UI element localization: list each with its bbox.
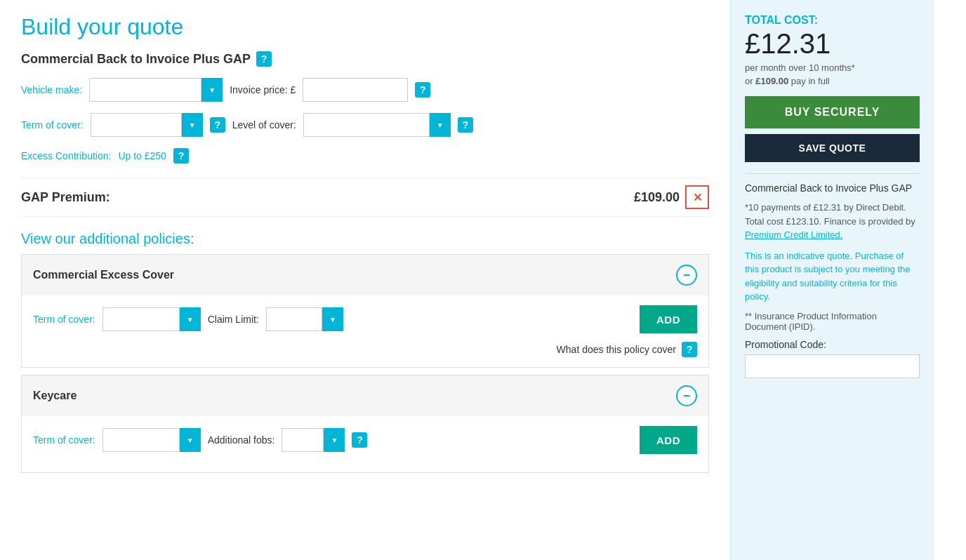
keycare-header: Keycare − — [22, 375, 708, 416]
commercial-excess-body: Term of cover: 1 Year Claim Limit: £150 … — [22, 295, 708, 367]
ce-term-arrow — [187, 314, 194, 324]
term-of-cover-arrow — [189, 120, 196, 130]
level-of-cover-label: Level of cover: — [232, 119, 296, 131]
main-content: Build your quote Commercial Back to Invo… — [0, 0, 730, 560]
excess-row: Excess Contribution: Up to £250 ? — [21, 148, 709, 164]
level-of-cover-dropdown-btn[interactable] — [430, 113, 451, 137]
sidebar-price: £12.31 — [745, 28, 920, 60]
ce-term-label: Term of cover: — [33, 314, 95, 325]
commercial-excess-section: Commercial Excess Cover − Term of cover:… — [21, 254, 709, 368]
ce-what-cover-help-button[interactable]: ? — [682, 342, 697, 357]
invoice-price-help-button[interactable]: ? — [415, 82, 430, 98]
product-help-button[interactable]: ? — [256, 51, 272, 67]
pay-full-suffix: pay in full — [791, 76, 830, 86]
ce-what-cover-text: What does this policy cover — [557, 344, 676, 355]
level-of-cover-input[interactable]: £5,000 (Suggested) — [303, 113, 430, 137]
remove-gap-button[interactable]: ✕ — [685, 185, 709, 209]
excess-value: Up to £250 — [118, 150, 166, 161]
or-text: or — [745, 76, 753, 86]
kc-term-arrow — [187, 435, 194, 445]
vehicle-make-input[interactable]: MAN — [89, 78, 201, 102]
invoice-price-label: Invoice price: £ — [230, 84, 296, 95]
keycare-collapse-button[interactable]: − — [676, 385, 697, 406]
ce-claim-dropdown-btn[interactable] — [322, 307, 343, 331]
keycare-body: Term of cover: 1 Year Additional fobs: 0… — [22, 416, 708, 472]
buy-securely-button[interactable]: BUY SECURELY — [745, 96, 920, 128]
term-level-row: Term of cover: 1 Year ? Level of cover: … — [21, 113, 709, 137]
keycare-form-row: Term of cover: 1 Year Additional fobs: 0… — [33, 426, 697, 454]
promo-label: Promotional Code: — [745, 339, 920, 350]
keycare-section: Keycare − Term of cover: 1 Year Addition… — [21, 375, 709, 473]
excess-help-button[interactable]: ? — [173, 148, 189, 164]
additional-policies-title: View our additional policies: — [21, 231, 709, 247]
premium-amount-container: £109.00 ✕ — [634, 185, 709, 209]
ce-term-select-wrapper: 1 Year — [102, 307, 201, 331]
kc-fobs-dropdown-btn[interactable] — [324, 428, 345, 452]
keycare-title: Keycare — [33, 389, 77, 402]
level-of-cover-arrow — [437, 120, 444, 130]
kc-term-input[interactable]: 1 Year — [102, 428, 180, 452]
promo-code-input[interactable] — [745, 354, 920, 378]
page-title: Build your quote — [21, 14, 709, 40]
vehicle-make-select-wrapper: MAN — [89, 78, 223, 102]
keycare-add-button[interactable]: ADD — [640, 426, 697, 454]
excess-label: Excess Contribution: — [21, 150, 111, 161]
term-of-cover-select-wrapper: 1 Year — [91, 113, 203, 137]
vehicle-make-label: Vehicle make: — [21, 84, 82, 95]
commercial-excess-collapse-button[interactable]: − — [676, 265, 697, 286]
kc-term-dropdown-btn[interactable] — [180, 428, 201, 452]
gap-premium-label: GAP Premium: — [21, 190, 110, 205]
sidebar-product-name: Commercial Back to Invoice Plus GAP — [745, 182, 920, 194]
pay-full-text: or £109.00 pay in full — [745, 76, 920, 86]
kc-term-select-wrapper: 1 Year — [102, 428, 201, 452]
kc-fobs-select-wrapper: 0 — [282, 428, 345, 452]
term-of-cover-dropdown-btn[interactable] — [182, 113, 203, 137]
kc-term-label: Term of cover: — [33, 434, 95, 446]
gap-premium-amount: £109.00 — [634, 190, 680, 205]
ce-claim-arrow — [329, 314, 336, 324]
ipid-text: ** Insurance Product Information Documen… — [745, 311, 920, 332]
term-of-cover-input[interactable]: 1 Year — [91, 113, 182, 137]
additional-policies-section: View our additional policies: Commercial… — [21, 231, 709, 473]
vehicle-make-dropdown-arrow — [209, 85, 216, 95]
pay-full-amount: £109.00 — [755, 76, 788, 86]
commercial-excess-form-row: Term of cover: 1 Year Claim Limit: £150 … — [33, 305, 697, 333]
kc-fobs-arrow — [331, 435, 338, 445]
invoice-price-input[interactable]: 100 — [303, 78, 408, 102]
indicative-text: This is an indicative quote. Purchase of… — [745, 249, 920, 304]
finance-link[interactable]: Premium Credit Limited. — [745, 229, 842, 240]
kc-fobs-help-button[interactable]: ? — [352, 432, 367, 448]
ce-term-input[interactable]: 1 Year — [102, 307, 180, 331]
ce-claim-input[interactable]: £150 — [266, 307, 322, 331]
save-quote-button[interactable]: SAVE QUOTE — [745, 134, 920, 162]
sidebar: TOTAL COST: £12.31 per month over 10 mon… — [730, 0, 934, 560]
sidebar-divider — [745, 173, 920, 174]
kc-fobs-input[interactable]: 0 — [282, 428, 324, 452]
vehicle-make-dropdown-btn[interactable] — [201, 78, 223, 102]
term-of-cover-label: Term of cover: — [21, 119, 84, 131]
premium-row: GAP Premium: £109.00 ✕ — [21, 178, 709, 217]
level-help-button[interactable]: ? — [458, 117, 473, 133]
ce-claim-select-wrapper: £150 — [266, 307, 343, 331]
ce-info-row: What does this policy cover ? — [33, 342, 697, 357]
ce-claim-limit-label: Claim Limit: — [208, 314, 259, 325]
commercial-excess-header: Commercial Excess Cover − — [22, 255, 708, 295]
commercial-excess-add-button[interactable]: ADD — [640, 305, 697, 333]
finance-info-text: *10 payments of £12.31 by Direct Debit. … — [745, 201, 920, 242]
product-title: Commercial Back to Invoice Plus GAP ? — [21, 51, 709, 67]
ce-term-dropdown-btn[interactable] — [180, 307, 201, 331]
level-of-cover-select-wrapper: £5,000 (Suggested) — [303, 113, 451, 137]
commercial-excess-title: Commercial Excess Cover — [33, 269, 174, 281]
term-help-button[interactable]: ? — [210, 117, 225, 133]
vehicle-invoice-row: Vehicle make: MAN Invoice price: £ 100 ? — [21, 78, 709, 102]
remove-gap-icon: ✕ — [693, 191, 702, 204]
total-cost-label: TOTAL COST: — [745, 14, 920, 27]
kc-fobs-label: Additional fobs: — [208, 434, 275, 446]
per-month-text: per month over 10 months* — [745, 62, 920, 73]
